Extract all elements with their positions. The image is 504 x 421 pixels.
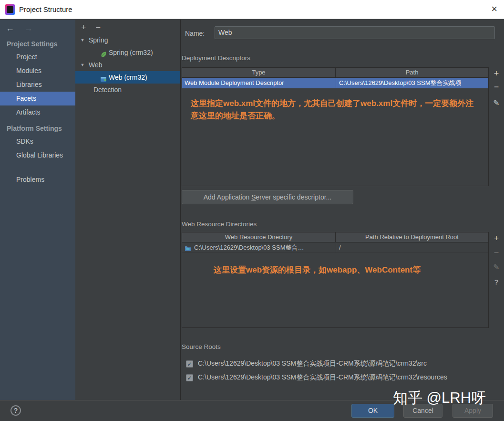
sidebar-item-project[interactable]: Project: [0, 50, 75, 64]
resources-toolbar: + − ✎ ?: [490, 233, 503, 295]
forward-icon[interactable]: →: [24, 23, 32, 33]
deployment-descriptors-title: Deployment Descriptors: [182, 54, 250, 62]
facet-tree-panel: + − ▼ Spring Spring (crm32) ▼ Web Web (c…: [75, 20, 181, 400]
sidebar: ← → Project Settings Project Modules Lib…: [0, 20, 75, 400]
source-root-path: C:\Users\12629\Desktop\03 SSM整合实战项目-CRM系…: [198, 359, 427, 368]
deployment-toolbar: + − ✎: [490, 69, 503, 121]
help-button[interactable]: ?: [10, 405, 21, 416]
sidebar-item-facets[interactable]: Facets: [0, 92, 75, 105]
web-facet-icon: [100, 74, 107, 81]
project-structure-dialog: Project Structure × ← → Project Settings…: [0, 0, 504, 421]
name-input[interactable]: Web: [215, 26, 495, 39]
column-web-resource-directory: Web Resource Directory: [182, 232, 336, 242]
deployment-descriptors-table: Type Path Web Module Deployment Descript…: [182, 67, 489, 186]
window-title: Project Structure: [19, 0, 72, 19]
help-icon[interactable]: ?: [490, 278, 503, 286]
tree-item-spring-crm32[interactable]: Spring (crm32): [75, 46, 180, 59]
web-resource-directories-table: Web Resource Directory Path Relative to …: [182, 232, 489, 328]
table-header: Web Resource Directory Path Relative to …: [182, 232, 488, 242]
sidebar-item-global-libraries[interactable]: Global Libraries: [0, 148, 75, 162]
add-facet-icon[interactable]: +: [81, 22, 93, 32]
sidebar-item-artifacts[interactable]: Artifacts: [0, 105, 75, 119]
remove-icon[interactable]: −: [490, 82, 503, 92]
source-root-path: C:\Users\12629\Desktop\03 SSM整合实战项目-CRM系…: [198, 373, 447, 382]
add-app-server-descriptor-button[interactable]: Add Application Server specific descript…: [182, 190, 353, 204]
column-path-relative: Path Relative to Deployment Root: [336, 232, 488, 242]
column-type: Type: [182, 68, 336, 77]
web-resource-directories-title: Web Resource Directories: [182, 221, 257, 228]
sidebar-section-project-settings: Project Settings: [0, 38, 75, 50]
tree-item-web-crm32[interactable]: Web (crm32): [75, 71, 180, 84]
source-roots-title: Source Roots: [182, 343, 221, 350]
tree-item-detection[interactable]: Detection: [75, 84, 180, 96]
table-header: Type Path: [182, 68, 488, 78]
chevron-down-icon[interactable]: ▼: [78, 59, 87, 71]
name-label: Name:: [185, 27, 205, 40]
titlebar: Project Structure ×: [0, 0, 504, 19]
table-row[interactable]: Web Module Deployment Descriptor C:\User…: [182, 78, 488, 88]
table-row[interactable]: C:\Users\12629\Desktop\03 SSM整合… /: [182, 242, 488, 253]
chevron-down-icon[interactable]: ▼: [78, 34, 87, 46]
checkbox-checked[interactable]: ✓: [186, 360, 193, 368]
checkbox-checked[interactable]: ✓: [186, 374, 193, 381]
close-icon[interactable]: ×: [491, 0, 497, 19]
facet-editor: Name: Web Deployment Descriptors Type Pa…: [181, 20, 504, 400]
source-root-row: ✓ C:\Users\12629\Desktop\03 SSM整合实战项目-CR…: [186, 358, 427, 370]
remove-icon[interactable]: −: [490, 248, 503, 258]
source-root-row: ✓ C:\Users\12629\Desktop\03 SSM整合实战项目-CR…: [186, 371, 447, 384]
edit-icon[interactable]: ✎: [490, 98, 503, 107]
sidebar-item-libraries[interactable]: Libraries: [0, 78, 75, 92]
add-icon[interactable]: +: [490, 69, 503, 79]
nav-arrows: ← →: [0, 20, 75, 35]
spring-leaf-icon: [100, 49, 107, 56]
column-path: Path: [336, 68, 488, 77]
intellij-logo-icon: [5, 4, 15, 15]
resources-annotation: 这里设置web资源的根目录，如webapp、WebContent等: [214, 264, 481, 276]
tree-item-spring-group[interactable]: ▼ Spring: [75, 34, 180, 46]
tree-item-web-group[interactable]: ▼ Web: [75, 59, 180, 71]
sidebar-item-problems[interactable]: Problems: [0, 173, 75, 187]
deployment-annotation: 这里指定web.xml文件的地方，尤其自己创建了web.xml文件时，一定要额外…: [191, 97, 479, 122]
folder-icon: [185, 244, 191, 251]
sidebar-item-modules[interactable]: Modules: [0, 64, 75, 78]
remove-facet-icon[interactable]: −: [95, 22, 108, 32]
edit-icon[interactable]: ✎: [490, 263, 503, 272]
zhihu-watermark: 知乎 @LRH呀: [393, 388, 486, 408]
back-icon[interactable]: ←: [6, 23, 14, 33]
facet-tree-toolbar: + −: [75, 20, 180, 34]
sidebar-item-sdks[interactable]: SDKs: [0, 135, 75, 148]
ok-button[interactable]: OK: [351, 404, 394, 418]
add-icon[interactable]: +: [490, 233, 503, 243]
sidebar-section-platform-settings: Platform Settings: [0, 122, 75, 135]
